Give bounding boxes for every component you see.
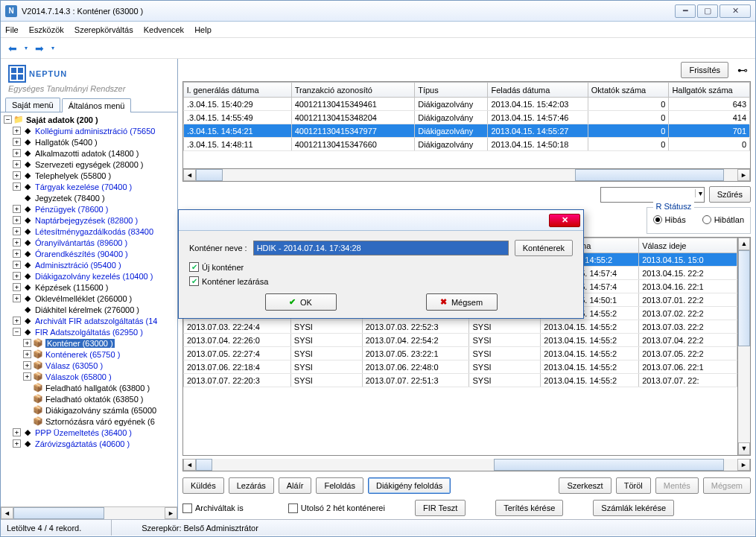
- pin-icon[interactable]: ⊷: [734, 64, 751, 76]
- dialog-ok-button[interactable]: ✔OK: [265, 293, 337, 311]
- expander-icon[interactable]: +: [13, 238, 21, 247]
- upper-grid[interactable]: l. generálás dátuma Tranzakció azonosító…: [182, 81, 751, 169]
- expander-icon[interactable]: +: [23, 350, 31, 358]
- send-button[interactable]: Küldés: [182, 477, 224, 494]
- dialog-close-button[interactable]: ✕: [549, 214, 580, 227]
- expander-icon[interactable]: +: [23, 361, 31, 369]
- expander-icon[interactable]: +: [13, 250, 21, 258]
- expander-icon[interactable]: +: [13, 127, 21, 135]
- unlock-button[interactable]: Feloldás: [316, 477, 363, 494]
- col-header[interactable]: Oktatók száma: [588, 83, 669, 98]
- dialog-cancel-button[interactable]: ✖Mégsem: [426, 293, 498, 311]
- table-row[interactable]: .3.04.15. 14:55:49400121130415348204Diák…: [184, 111, 750, 124]
- tree-item[interactable]: Telephelyek (55800 ): [35, 171, 111, 180]
- tree-item[interactable]: Tárgyak kezelése (70400 ): [35, 182, 132, 191]
- tree-item[interactable]: Záróvizsgáztatás (40600 ): [35, 439, 130, 448]
- tree-item[interactable]: PPP Üzemeltetés (36400 ): [35, 428, 132, 437]
- tree-item[interactable]: Konténerek (65750 ): [45, 350, 120, 359]
- tree-item[interactable]: Válasz (63050 ): [45, 361, 103, 370]
- tree-item[interactable]: Létesítménygazdálkodás (83400: [35, 227, 153, 236]
- scroll-right-icon[interactable]: ►: [165, 507, 177, 519]
- tree-root[interactable]: Saját adatok (200 ): [26, 115, 98, 124]
- expander-icon[interactable]: +: [13, 428, 21, 436]
- scroll-thumb[interactable]: [575, 169, 724, 181]
- cancel-button[interactable]: Mégsem: [703, 477, 751, 494]
- col-header[interactable]: Feladás dátuma: [488, 83, 588, 98]
- expander-icon[interactable]: +: [23, 372, 31, 381]
- container-name-input[interactable]: [253, 241, 509, 255]
- tree-item[interactable]: Hallgatók (5400 ): [35, 138, 98, 147]
- tree-item[interactable]: Jegyzetek (78400 ): [35, 194, 105, 203]
- expander-icon[interactable]: +: [13, 439, 21, 448]
- tree-item[interactable]: Szervezeti egységek (28000 ): [35, 160, 144, 169]
- expander-icon[interactable]: +: [13, 149, 21, 157]
- expander-icon[interactable]: +: [13, 294, 21, 302]
- scroll-thumb[interactable]: [494, 459, 724, 471]
- tree-item[interactable]: Órarendkészítés (90400 ): [35, 250, 128, 258]
- nav-back-dropdown[interactable]: ▾: [25, 45, 28, 51]
- menu-help[interactable]: Help: [194, 25, 212, 34]
- archived-checkbox[interactable]: Archiváltak is: [182, 503, 244, 513]
- tab-own-menu[interactable]: Saját menü: [5, 98, 60, 112]
- col-header[interactable]: Válasz ideje: [639, 238, 737, 253]
- table-row[interactable]: .3.04.15. 14:48:11400121130415347660Diák…: [184, 138, 750, 151]
- close-button2[interactable]: Lezárás: [229, 477, 274, 494]
- expander-icon[interactable]: +: [13, 216, 21, 224]
- col-header[interactable]: Típus: [415, 83, 488, 98]
- tree-item[interactable]: Sztornózásra váró egyének (6: [45, 417, 155, 426]
- close-container-checkbox[interactable]: ✔Konténer lezárása: [189, 276, 573, 286]
- tree-item[interactable]: FIR Adatszolgáltatás (62950 ): [35, 328, 143, 337]
- scroll-thumb[interactable]: [196, 169, 223, 181]
- table-row[interactable]: 2013.07.06. 22:18:4SYSI2013.07.06. 22:48…: [184, 360, 737, 374]
- close-button[interactable]: ✕: [720, 4, 751, 18]
- table-row[interactable]: 2013.07.03. 22:24:4SYSI2013.07.03. 22:52…: [184, 320, 737, 334]
- expander-icon[interactable]: +: [13, 272, 21, 280]
- scroll-up-icon[interactable]: ▲: [738, 238, 750, 250]
- nav-forward-button[interactable]: ➡: [32, 41, 47, 56]
- menu-favorites[interactable]: Kedvencek: [144, 25, 184, 34]
- delete-button[interactable]: Töröl: [616, 477, 651, 494]
- expander-icon[interactable]: +: [13, 171, 21, 179]
- invoices-button[interactable]: Számlák lekérése: [593, 500, 674, 516]
- expander-icon[interactable]: +: [13, 227, 21, 235]
- tree-item[interactable]: Alkalmazotti adatok (14800 ): [35, 149, 139, 158]
- grid2-vscrollbar[interactable]: ▲ ▼: [738, 237, 751, 456]
- refresh-button[interactable]: Frissítés: [681, 62, 728, 78]
- fir-test-button[interactable]: FIR Teszt: [415, 500, 466, 516]
- expander-icon[interactable]: +: [13, 138, 21, 146]
- expander-icon[interactable]: +: [23, 339, 31, 347]
- tree-hscrollbar[interactable]: ◄ ►: [1, 506, 177, 519]
- tree-item[interactable]: Diákigazolvány kezelés (10400 ): [35, 272, 153, 281]
- expander-icon[interactable]: +: [13, 261, 21, 269]
- table-row[interactable]: 2013.07.07. 22:20:3SYSI2013.07.07. 22:51…: [184, 374, 737, 387]
- radio-hibas[interactable]: Hibás: [653, 215, 686, 224]
- tree[interactable]: −📁Saját adatok (200 ) +◆Kollégiumi admin…: [1, 112, 177, 506]
- grid2-hscrollbar[interactable]: ◄ ►: [182, 459, 751, 471]
- expander-icon[interactable]: +: [13, 283, 21, 291]
- scroll-left-icon[interactable]: ◄: [1, 507, 13, 519]
- tree-item[interactable]: Diákigazolvány számla (65000: [45, 406, 156, 415]
- col-header[interactable]: l. generálás dátuma: [184, 83, 292, 98]
- expander-icon[interactable]: +: [13, 317, 21, 325]
- save-button[interactable]: Mentés: [655, 477, 699, 494]
- last2weeks-checkbox[interactable]: Utolsó 2 hét konténerei: [288, 503, 385, 513]
- grid1-hscrollbar[interactable]: ◄ ►: [182, 169, 751, 182]
- tree-item[interactable]: Diákhitel kérelmek (276000 ): [35, 305, 139, 314]
- tree-item[interactable]: Feladható hallgatók (63800 ): [45, 384, 150, 393]
- expander-icon[interactable]: −: [4, 115, 12, 124]
- edit-button[interactable]: Szerkeszt: [559, 477, 611, 494]
- nav-back-button[interactable]: ⬅: [5, 41, 20, 56]
- tree-item[interactable]: Archivált FIR adatszolgáltatás (14: [35, 317, 157, 325]
- table-row[interactable]: 2013.07.04. 22:26:0SYSI2013.07.04. 22:54…: [184, 334, 737, 347]
- scroll-right-icon[interactable]: ►: [737, 169, 750, 181]
- scroll-left-icon[interactable]: ◄: [183, 169, 196, 181]
- tree-item[interactable]: Feladható oktatók (63850 ): [45, 395, 143, 404]
- col-header[interactable]: Tranzakció azonosító: [291, 83, 414, 98]
- expander-icon[interactable]: +: [13, 160, 21, 168]
- menu-roles[interactable]: Szerepkörváltás: [74, 25, 133, 34]
- minimize-button[interactable]: ━: [675, 4, 696, 18]
- scroll-thumb[interactable]: [738, 250, 750, 346]
- menu-file[interactable]: File: [5, 25, 19, 34]
- new-container-checkbox[interactable]: ✔Új konténer: [189, 262, 573, 272]
- col-header[interactable]: Hallgatók száma: [669, 83, 750, 98]
